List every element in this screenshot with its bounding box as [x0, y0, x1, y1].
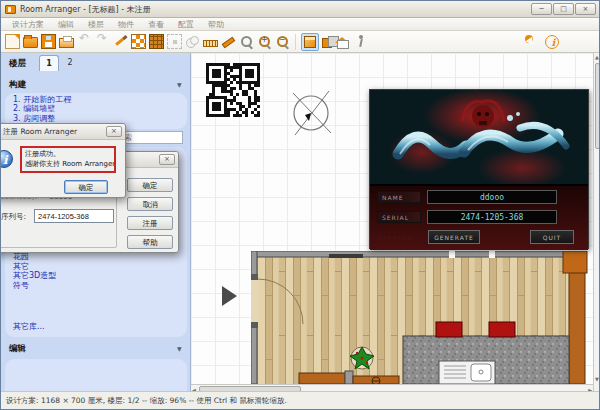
kitchen-sink: [439, 361, 495, 384]
register-cancel-button[interactable]: 取消: [127, 197, 173, 211]
pencil-icon[interactable]: [221, 34, 236, 49]
object-category-link[interactable]: 其它: [13, 262, 56, 271]
edit-collapse-icon[interactable]: ▼: [177, 345, 182, 352]
zoom-selection-icon[interactable]: [239, 34, 254, 49]
walk-avatar-icon[interactable]: [353, 34, 368, 49]
success-ok-button[interactable]: 确定: [64, 180, 108, 194]
transform-selection-icon[interactable]: [167, 34, 182, 49]
potted-plant: [350, 347, 374, 369]
toolbar-separator: [295, 34, 296, 50]
save-icon[interactable]: [41, 34, 56, 49]
menu-item[interactable]: 查看: [141, 19, 171, 30]
menu-item[interactable]: 配置: [171, 19, 201, 30]
floor-tab-1[interactable]: 1: [39, 55, 59, 71]
menu-item[interactable]: 楼层: [81, 19, 111, 30]
build-step-link[interactable]: 1. 开始新的工程: [13, 95, 71, 104]
status-bar: 设计方案: 1168 × 700 厘米, 楼层: 1/2 -- 缩放: 96% …: [1, 391, 599, 409]
floor-plan[interactable]: [251, 251, 593, 384]
weather-clouds-icon[interactable]: [185, 34, 200, 49]
vertical-scroll-thumb[interactable]: [595, 63, 600, 149]
build-step-link[interactable]: 3. 房间调整: [13, 114, 71, 123]
keygen-name-field[interactable]: ddooo: [427, 190, 557, 204]
menu-item[interactable]: 物件: [111, 19, 141, 30]
paint-brush-icon[interactable]: [113, 34, 128, 49]
scroll-up-icon[interactable]: ▲: [595, 53, 599, 61]
title-bar: Room Arranger - [无标题] - 未注册: [1, 1, 599, 18]
keygen-watermark: [378, 236, 412, 241]
serial-label: 序列号:: [1, 212, 26, 222]
build-step-link[interactable]: 2. 编辑墙壁: [13, 104, 71, 113]
register-help-button[interactable]: 帮助: [127, 235, 173, 249]
wall-editor-icon[interactable]: [131, 34, 146, 49]
success-dialog-close-icon[interactable]: ×: [106, 126, 122, 137]
compass-needle: [305, 113, 311, 121]
info-circle-icon: [0, 150, 13, 168]
register-register-button[interactable]: 注册: [127, 216, 173, 230]
keygen-serial-label: SERIAL: [377, 211, 421, 223]
walkthrough-house-icon[interactable]: [335, 34, 350, 49]
zoom-out-icon[interactable]: −: [275, 34, 290, 49]
print-icon[interactable]: [59, 38, 74, 48]
floors-header: 楼层: [9, 58, 26, 70]
redo-icon[interactable]: [95, 36, 110, 51]
sofa: [299, 373, 345, 384]
floor-tab-2[interactable]: 2: [61, 55, 79, 71]
register-ok-button[interactable]: 确定: [127, 178, 173, 192]
menu-bar: 设计方案编辑楼层物件查看配置帮助: [1, 18, 599, 31]
pointer-hand-icon[interactable]: [524, 34, 539, 49]
scroll-down-icon[interactable]: ▼: [595, 375, 599, 383]
minimize-button[interactable]: [531, 3, 552, 15]
vertical-scrollbar[interactable]: ▲ ▼: [593, 53, 600, 393]
open-folder-icon[interactable]: [23, 37, 38, 48]
design-canvas[interactable]: NAME ddooo SERIAL 2474-1205-368 GENERATE…: [191, 53, 600, 393]
zoom-in-icon[interactable]: +: [257, 34, 272, 49]
menu-item[interactable]: 设计方案: [5, 19, 51, 30]
more-libraries-link[interactable]: 其它库...: [13, 321, 45, 332]
keygen-quit-button[interactable]: QUIT: [530, 230, 574, 244]
new-document-icon[interactable]: [5, 34, 20, 49]
measure-ruler-icon[interactable]: [203, 40, 218, 47]
success-dialog-titlebar: 注册 Room Arranger ×: [0, 124, 125, 140]
view-3d-icon[interactable]: [304, 36, 316, 48]
keygen-window: NAME ddooo SERIAL 2474-1205-368 GENERATE…: [369, 89, 589, 249]
success-dialog-title: 注册 Room Arranger: [3, 127, 77, 137]
close-button[interactable]: [575, 3, 596, 15]
maximize-button[interactable]: [553, 3, 574, 15]
keygen-serial-field[interactable]: 2474-1205-368: [427, 210, 557, 224]
object-category-link[interactable]: 花园: [13, 252, 56, 261]
build-steps: 1. 开始新的工程2. 编辑墙壁3. 房间调整: [13, 95, 71, 123]
info-icon[interactable]: [545, 35, 559, 49]
compass-icon[interactable]: [285, 87, 337, 139]
view-3d-active-frame: [301, 33, 319, 51]
keygen-generate-button[interactable]: GENERATE: [428, 230, 480, 244]
serial-input[interactable]: [34, 209, 114, 223]
build-header[interactable]: 构建: [9, 79, 26, 91]
keygen-name-label: NAME: [377, 191, 421, 203]
qr-code: [206, 63, 260, 117]
menu-item[interactable]: 帮助: [201, 19, 231, 30]
objects-3d-icon[interactable]: [322, 38, 332, 48]
menu-item[interactable]: 编辑: [51, 19, 81, 30]
bar-stool: [436, 322, 462, 337]
success-message-highlight: 注册成功。 感谢你支持 Room Arranger。: [20, 146, 116, 173]
walkthrough-start-arrow[interactable]: [222, 286, 237, 306]
app-icon: [5, 5, 16, 14]
status-text: 设计方案: 1168 × 700 厘米, 楼层: 1/2 -- 缩放: 96% …: [6, 396, 287, 405]
keygen-art: [370, 90, 588, 184]
edit-panel: [5, 359, 187, 393]
edit-header[interactable]: 编辑: [9, 343, 26, 355]
toolbar: + −: [1, 31, 599, 53]
window-title: Room Arranger - [无标题] - 未注册: [20, 4, 151, 15]
build-collapse-icon[interactable]: ▼: [177, 81, 182, 88]
texture-icon[interactable]: [149, 34, 164, 49]
object-category-link[interactable]: 符号: [13, 281, 56, 290]
success-dialog: 注册 Room Arranger × 注册成功。 感谢你支持 Room Arra…: [0, 123, 126, 198]
success-message-line2: 感谢你支持 Room Arranger。: [25, 160, 111, 170]
success-message-line1: 注册成功。: [25, 150, 111, 160]
register-dialog-close-icon[interactable]: ×: [159, 154, 175, 165]
object-category-link[interactable]: 其它3D造型: [13, 271, 56, 280]
undo-icon[interactable]: [77, 36, 92, 51]
bar-stool: [489, 322, 515, 337]
